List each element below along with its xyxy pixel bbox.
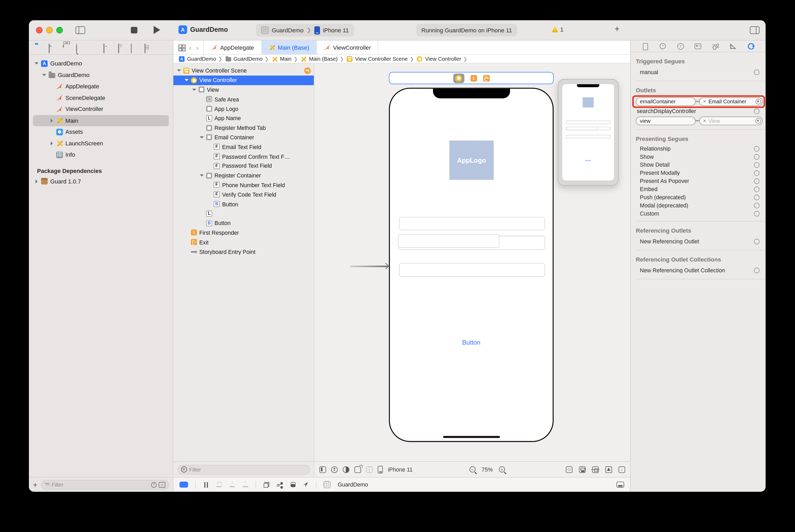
storyboard-canvas[interactable]: AppLogo Button B [315, 63, 630, 477]
outline-row[interactable]: Email Container [173, 132, 314, 142]
outlet-target-pill[interactable]: × Email Container [699, 97, 762, 106]
outlet-row-view[interactable]: view × View [631, 116, 765, 126]
update-frames-icon[interactable] [566, 466, 572, 473]
canvas-device-label[interactable]: iPhone 11 [388, 466, 413, 472]
outline-row[interactable]: Register Method Tab [173, 123, 314, 132]
file-tree-row[interactable]: SceneDelegate [33, 92, 169, 103]
disclosure-chevron-icon[interactable] [184, 249, 189, 254]
memory-graph-icon[interactable] [276, 481, 282, 488]
disclosure-chevron-icon[interactable] [207, 145, 211, 149]
pause-execution-icon[interactable] [203, 481, 209, 488]
disclosure-chevron-icon[interactable] [49, 95, 54, 100]
outline-row[interactable]: View Controller [173, 75, 314, 85]
connection-well-icon[interactable] [754, 178, 759, 184]
segue-row[interactable]: Embed [631, 185, 765, 193]
view-hierarchy-icon[interactable] [263, 481, 269, 488]
storyboard-entry-point-arrow[interactable] [350, 266, 388, 267]
zoom-out-icon[interactable] [470, 466, 476, 472]
phone-number-text-field[interactable] [399, 263, 545, 277]
segue-row[interactable]: Show Detail [631, 160, 765, 169]
run-button[interactable] [153, 26, 160, 34]
zoom-in-icon[interactable] [499, 466, 505, 472]
disclosure-chevron-icon[interactable] [199, 97, 204, 101]
segue-row[interactable]: Relationship [631, 145, 765, 153]
outline-row[interactable]: Password Confirm Text F… [173, 152, 314, 161]
connection-well-icon[interactable] [754, 267, 759, 273]
disclosure-chevron-icon[interactable] [207, 164, 211, 168]
disclosure-chevron-icon[interactable] [199, 116, 204, 120]
file-tree-row[interactable]: GuardDemo [33, 58, 169, 69]
file-tree-row[interactable]: ViewController [33, 103, 169, 115]
find-icon[interactable] [76, 44, 83, 51]
project-navigator-icon[interactable] [35, 44, 42, 51]
connection-well-icon[interactable] [754, 186, 759, 192]
jump-bar-item[interactable]: Main (Base) ❯ [300, 55, 344, 62]
disclosure-chevron-icon[interactable] [199, 173, 204, 178]
exit-icon[interactable] [483, 75, 490, 81]
disclosure-chevron-icon[interactable] [49, 84, 54, 89]
go-back-icon[interactable]: ‹ [189, 44, 191, 51]
disclosure-chevron-icon[interactable] [199, 135, 204, 139]
outline-filter-field[interactable] [177, 465, 310, 474]
size-inspector-icon[interactable] [730, 43, 737, 50]
disconnect-icon[interactable]: × [703, 99, 706, 104]
outline-row[interactable]: Password Text Field [173, 161, 314, 171]
disclosure-chevron-icon[interactable] [184, 230, 189, 235]
connection-well-icon[interactable] [754, 146, 759, 151]
connection-well-icon[interactable] [756, 99, 761, 104]
add-constraints-icon[interactable] [592, 466, 599, 473]
editor-tab[interactable]: Main (Base) [262, 40, 317, 54]
segue-row[interactable]: Push (deprecated) [631, 193, 765, 201]
disclosure-chevron-icon[interactable] [176, 68, 181, 73]
debug-process-label[interactable]: GuardDemo [338, 481, 368, 488]
email-text-field[interactable] [399, 217, 545, 230]
navigator-filter-field[interactable] [41, 480, 169, 489]
outline-row[interactable] [173, 209, 314, 218]
navigator-toggle-icon[interactable] [75, 26, 85, 34]
embed-in-icon[interactable] [619, 466, 625, 473]
outline-row[interactable]: Email Text Field [173, 142, 314, 152]
simulate-location-icon[interactable] [303, 481, 309, 488]
zoom-level-label[interactable]: 75% [481, 466, 493, 472]
accessibility-icon[interactable] [331, 466, 338, 473]
tests-icon[interactable] [103, 44, 110, 51]
view-controller-dock-item[interactable] [453, 73, 464, 83]
segue-row[interactable]: manual [631, 67, 765, 77]
align-icon[interactable] [579, 466, 585, 473]
outlet-target-pill[interactable]: × View [699, 116, 762, 125]
disclosure-chevron-icon[interactable] [199, 211, 204, 216]
outlet-row-search-display-controller[interactable]: searchDisplayController [631, 107, 765, 115]
scene-button[interactable]: Button [390, 339, 553, 346]
file-tree-row[interactable]: Info [33, 149, 169, 160]
zoom-window-button[interactable] [56, 27, 63, 33]
disclosure-chevron-icon[interactable] [49, 118, 54, 123]
disclosure-chevron-icon[interactable] [207, 192, 211, 196]
segue-row[interactable]: Present Modally [631, 169, 765, 177]
recent-files-icon[interactable] [151, 482, 157, 487]
segue-row[interactable]: Custom [631, 209, 765, 217]
warning-badge[interactable]: 1 [552, 26, 563, 32]
close-window-button[interactable] [36, 27, 43, 33]
connection-well-icon[interactable] [754, 108, 759, 114]
outline-row[interactable]: Exit [173, 238, 314, 247]
disclosure-chevron-icon[interactable] [34, 179, 38, 184]
jump-bar-item[interactable]: Main ❯ [271, 55, 298, 62]
resolve-autolayout-icon[interactable] [605, 466, 612, 473]
breakpoints-icon[interactable] [131, 44, 138, 51]
disclosure-chevron-icon[interactable] [49, 152, 54, 157]
connection-well-icon[interactable] [754, 162, 759, 167]
disconnect-icon[interactable]: × [703, 118, 706, 123]
file-tree-row[interactable]: Main [33, 115, 169, 126]
outline-row[interactable]: Register Container [173, 171, 314, 180]
add-file-button[interactable]: + [33, 480, 37, 489]
connection-well-icon[interactable] [754, 170, 759, 176]
symbols-icon[interactable] [62, 44, 70, 51]
package-row[interactable]: Guard 1.0.7 [33, 176, 169, 187]
identity-inspector-icon[interactable] [695, 43, 701, 50]
disclosure-chevron-icon[interactable] [41, 73, 46, 77]
add-tab-button[interactable]: + [614, 24, 619, 35]
connections-inspector-icon[interactable] [748, 43, 755, 50]
file-tree-row[interactable]: GuardDemo [33, 69, 169, 80]
disclosure-chevron-icon[interactable] [184, 78, 189, 82]
breakpoints-toggle[interactable] [179, 481, 188, 488]
